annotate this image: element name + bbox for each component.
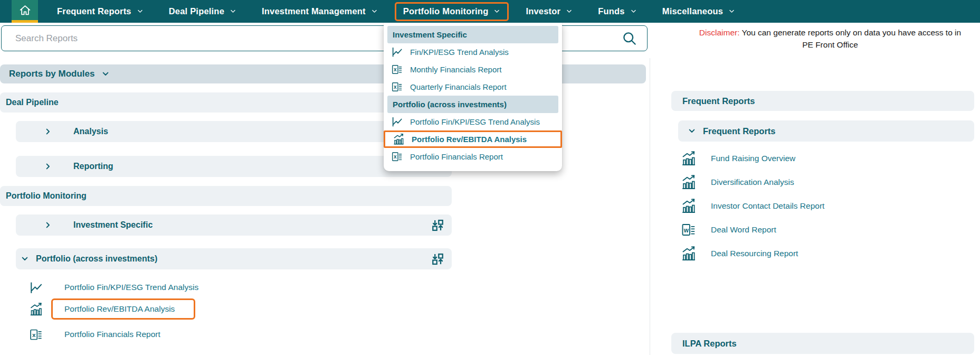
- group-label: Reporting: [73, 162, 113, 171]
- report-link-deal-word-report[interactable]: Deal Word Report: [681, 221, 776, 239]
- group-row-portfolio-across-investments[interactable]: Portfolio (across investments): [16, 248, 452, 269]
- dropdown-item-label: Portfolio Fin/KPI/ESG Trend Analysis: [410, 117, 540, 126]
- section-title: ILPA Reports: [682, 339, 737, 349]
- nav-item-label: Deal Pipeline: [169, 6, 224, 16]
- dropdown-item-monthly-financials-report[interactable]: Monthly Financials Report: [387, 61, 558, 78]
- dropdown-item-portfolio-rev-ebitda-analysis[interactable]: Portfolio Rev/EBITDA Analysis: [384, 130, 562, 148]
- module-row-portfolio-monitoring[interactable]: Portfolio Monitoring: [0, 186, 452, 206]
- ilpa-reports-section-header: ILPA Reports: [671, 333, 974, 354]
- nav-item-investor[interactable]: Investor: [513, 0, 585, 23]
- chevron-right-icon: [44, 221, 52, 229]
- word-icon: [681, 222, 697, 238]
- pe-front-office-reports-screen: Frequent Reports Deal Pipeline Investmen…: [0, 0, 980, 355]
- chevron-right-icon: [44, 127, 52, 136]
- chevron-down-icon: [630, 8, 637, 15]
- dropdown-header-investment-specific: Investment Specific: [387, 26, 558, 43]
- dropdown-header-label: Investment Specific: [393, 30, 467, 39]
- report-link-label: Deal Resourcing Report: [711, 249, 798, 258]
- report-link-investor-contact-details-report[interactable]: Investor Contact Details Report: [681, 197, 824, 215]
- nav-item-investment-management[interactable]: Investment Management: [249, 0, 391, 23]
- bar-growth-icon: [681, 151, 697, 166]
- excel-icon: [391, 81, 403, 93]
- disclaimer-text: Disclaimer: You can generate reports onl…: [686, 26, 974, 51]
- nav-item-label: Investment Management: [262, 6, 366, 16]
- reports-by-modules-title: Reports by Modules: [9, 69, 94, 79]
- nav-item-label: Frequent Reports: [57, 6, 131, 16]
- excel-icon: [391, 151, 403, 163]
- disclaimer-line2: PE Front Office: [802, 40, 858, 49]
- panel-divider: [650, 58, 650, 355]
- chevron-down-icon: [728, 8, 735, 15]
- report-link-deal-resourcing-report[interactable]: Deal Resourcing Report: [681, 245, 798, 263]
- dropdown-header-portfolio-across-investments: Portfolio (across investments): [387, 96, 558, 113]
- bar-growth-icon: [393, 133, 405, 145]
- dropdown-item-portfolio-fin-kpi-esg-trend-analysis[interactable]: Portfolio Fin/KPI/ESG Trend Analysis: [387, 113, 558, 130]
- module-label: Portfolio Monitoring: [6, 191, 87, 201]
- group-label: Portfolio (across investments): [36, 254, 157, 264]
- report-link-label: Fund Raising Overview: [711, 154, 795, 163]
- chevron-down-icon: [493, 8, 500, 15]
- dropdown-item-label: Quarterly Financials Report: [410, 82, 507, 91]
- chevron-down-icon: [566, 8, 573, 15]
- dropdown-item-fin-kpi-esg-trend-analysis[interactable]: Fin/KPI/ESG Trend Analysis: [387, 43, 558, 61]
- group-title: Frequent Reports: [703, 126, 776, 136]
- nav-item-funds[interactable]: Funds: [585, 0, 650, 23]
- excel-icon: [391, 63, 403, 76]
- nav-item-label: Funds: [598, 6, 625, 16]
- chevron-down-icon: [371, 8, 378, 15]
- reorder-icon[interactable]: [431, 218, 445, 232]
- group-label: Investment Specific: [73, 220, 153, 230]
- dropdown-header-label: Portfolio (across investments): [393, 100, 507, 109]
- nav-item-label: Portfolio Monitoring: [403, 6, 489, 16]
- nav-menu: Frequent Reports Deal Pipeline Investmen…: [44, 0, 748, 23]
- dropdown-item-label: Fin/KPI/ESG Trend Analysis: [410, 48, 509, 57]
- chevron-down-icon: [230, 8, 236, 15]
- search-icon[interactable]: [622, 31, 638, 46]
- chevron-down-icon: [101, 70, 110, 78]
- frequent-reports-group-row[interactable]: Frequent Reports: [678, 120, 974, 142]
- chevron-down-icon: [21, 255, 29, 263]
- bar-growth-icon: [681, 246, 697, 261]
- disclaimer-prefix: Disclaimer:: [699, 28, 740, 37]
- report-link-label: Portfolio Fin/KPI/ESG Trend Analysis: [64, 283, 198, 292]
- dropdown-item-portfolio-financials-report[interactable]: Portfolio Financials Report: [387, 148, 558, 165]
- report-link-label: Investor Contact Details Report: [711, 201, 824, 211]
- reorder-icon[interactable]: [431, 252, 445, 266]
- disclaimer-line1: You can generate reports only on data yo…: [742, 28, 962, 37]
- nav-home-button[interactable]: [12, 0, 38, 23]
- portfolio-monitoring-dropdown-menu: Investment Specific Fin/KPI/ESG Trend An…: [384, 23, 562, 171]
- dropdown-item-label: Monthly Financials Report: [410, 65, 501, 74]
- chevron-down-icon: [137, 8, 144, 15]
- chevron-right-icon: [44, 162, 52, 171]
- frequent-reports-section-header: Frequent Reports: [671, 91, 974, 111]
- bar-growth-icon: [681, 174, 697, 190]
- report-link-fund-raising-overview[interactable]: Fund Raising Overview: [681, 150, 795, 167]
- report-link-label: Diversification Analysis: [711, 178, 794, 187]
- line-chart-icon: [29, 281, 43, 295]
- nav-item-portfolio-monitoring[interactable]: Portfolio Monitoring: [395, 2, 509, 21]
- report-link-portfolio-rev-ebitda-analysis[interactable]: Portfolio Rev/EBITDA Analysis: [29, 298, 195, 320]
- nav-item-deal-pipeline[interactable]: Deal Pipeline: [156, 0, 249, 23]
- nav-item-miscellaneous[interactable]: Miscellaneous: [650, 0, 748, 23]
- group-label: Analysis: [73, 127, 108, 136]
- dropdown-item-label: Portfolio Financials Report: [410, 152, 503, 161]
- report-link-portfolio-financials-report[interactable]: Portfolio Financials Report: [29, 325, 160, 343]
- section-title: Frequent Reports: [682, 96, 755, 106]
- nav-item-label: Miscellaneous: [662, 6, 723, 16]
- dropdown-item-quarterly-financials-report[interactable]: Quarterly Financials Report: [387, 78, 558, 96]
- line-chart-icon: [391, 46, 403, 58]
- module-label: Deal Pipeline: [6, 98, 59, 107]
- nav-item-label: Investor: [526, 6, 560, 16]
- nav-item-frequent-reports[interactable]: Frequent Reports: [44, 0, 156, 23]
- line-chart-icon: [391, 116, 403, 128]
- report-link-label: Portfolio Rev/EBITDA Analysis: [64, 304, 175, 314]
- group-row-investment-specific[interactable]: Investment Specific: [16, 214, 452, 236]
- dropdown-item-label: Portfolio Rev/EBITDA Analysis: [412, 135, 527, 144]
- report-link-portfolio-fin-kpi-esg-trend-analysis[interactable]: Portfolio Fin/KPI/ESG Trend Analysis: [29, 278, 198, 296]
- report-link-label: Portfolio Financials Report: [64, 330, 160, 339]
- bar-growth-icon: [681, 198, 697, 214]
- report-link-diversification-analysis[interactable]: Diversification Analysis: [681, 173, 794, 191]
- top-navigation-bar: Frequent Reports Deal Pipeline Investmen…: [0, 0, 980, 23]
- excel-icon: [29, 328, 43, 342]
- chevron-down-icon: [688, 127, 696, 135]
